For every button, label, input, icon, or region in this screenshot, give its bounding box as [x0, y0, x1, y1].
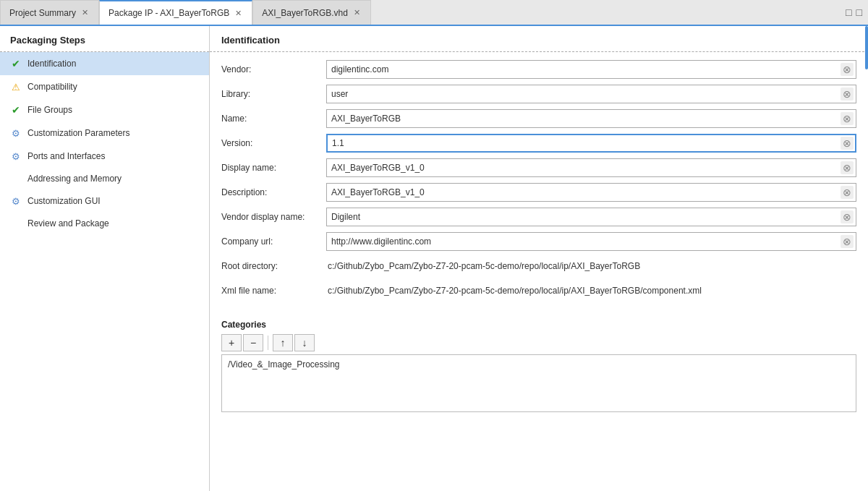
- sidebar-item-identification-label: Identification: [27, 59, 76, 69]
- category-down-button[interactable]: ↓: [294, 334, 315, 351]
- clear-description[interactable]: ⊗: [841, 186, 854, 199]
- sidebar-item-review-and-package[interactable]: Review and Package: [0, 213, 209, 234]
- input-wrap-company-url: ⊗: [326, 232, 856, 251]
- gear-icon-2: ⚙: [10, 150, 22, 162]
- sidebar-item-addressing-and-memory[interactable]: Addressing and Memory: [0, 168, 209, 189]
- input-wrap-version: ⊗: [326, 134, 856, 153]
- label-root-directory: Root directory:: [221, 261, 326, 271]
- input-company-url[interactable]: [326, 232, 856, 251]
- tab-vhd-file[interactable]: AXI_BayerToRGB.vhd ✕: [252, 0, 371, 25]
- toolbar-separator: [268, 336, 268, 350]
- categories-toolbar: + − ↑ ↓: [221, 334, 856, 351]
- form-row-name: Name: ⊗: [221, 108, 856, 129]
- tab-package-ip-close[interactable]: ✕: [234, 9, 243, 18]
- input-name[interactable]: [326, 109, 856, 128]
- sidebar: Packaging Steps ✔ Identification ⚠ Compa…: [0, 26, 210, 491]
- warn-icon: ⚠: [10, 81, 22, 93]
- form-row-xml-file-name: Xml file name: c:/Github/Zybo_Pcam/Zybo-…: [221, 281, 856, 301]
- check-icon: ✔: [10, 58, 22, 69]
- category-item[interactable]: /Video_&_Image_Processing: [228, 359, 340, 370]
- sidebar-item-compatibility-label: Compatibility: [27, 82, 77, 92]
- sidebar-item-ports-and-interfaces[interactable]: ⚙ Ports and Interfaces: [0, 145, 209, 168]
- form-row-display-name: Display name: ⊗: [221, 158, 856, 178]
- tab-project-summary-label: Project Summary: [9, 8, 76, 18]
- label-vendor: Vendor:: [221, 64, 326, 74]
- form-row-vendor-display-name: Vendor display name: ⊗: [221, 207, 856, 227]
- input-description[interactable]: [326, 183, 856, 202]
- input-wrap-vendor-display-name: ⊗: [326, 208, 856, 226]
- form-row-vendor: Vendor: ⊗: [221, 59, 856, 80]
- sidebar-item-file-groups[interactable]: ✔ File Groups: [0, 98, 209, 121]
- scroll-indicator: [865, 26, 868, 69]
- clear-version[interactable]: ⊗: [841, 137, 854, 150]
- input-wrap-display-name: ⊗: [326, 158, 856, 177]
- input-wrap-vendor: ⊗: [326, 60, 856, 79]
- content-title: Identification: [210, 26, 868, 52]
- tab-package-ip-label: Package IP - AXI_BayerToRGB: [109, 8, 229, 18]
- category-up-button[interactable]: ↑: [273, 334, 293, 351]
- sidebar-item-file-groups-label: File Groups: [27, 105, 72, 115]
- main-layout: Packaging Steps ✔ Identification ⚠ Compa…: [0, 26, 868, 491]
- tab-vhd-file-close[interactable]: ✕: [352, 8, 362, 17]
- check-icon-2: ✔: [10, 104, 22, 116]
- sidebar-item-compatibility[interactable]: ⚠ Compatibility: [0, 75, 209, 98]
- form-area: Vendor: ⊗ Library: ⊗ Name: ⊗: [210, 52, 868, 312]
- label-company-url: Company url:: [221, 236, 326, 247]
- form-row-version: Version: ⊗: [221, 133, 856, 153]
- input-display-name[interactable]: [326, 158, 856, 177]
- gear-icon-3: ⚙: [10, 195, 22, 207]
- form-row-description: Description: ⊗: [221, 182, 856, 202]
- label-display-name: Display name:: [221, 163, 326, 173]
- input-wrap-library: ⊗: [326, 85, 856, 103]
- category-remove-button[interactable]: −: [243, 334, 263, 351]
- input-library[interactable]: [326, 85, 856, 103]
- tab-bar: Project Summary ✕ Package IP - AXI_Bayer…: [0, 0, 868, 26]
- tab-project-summary-close[interactable]: ✕: [80, 8, 90, 17]
- gear-icon-1: ⚙: [10, 127, 22, 139]
- sidebar-item-review-and-package-label: Review and Package: [27, 218, 109, 229]
- restore-button[interactable]: □: [856, 7, 862, 18]
- sidebar-item-customization-gui[interactable]: ⚙ Customization GUI: [0, 189, 209, 213]
- tab-package-ip[interactable]: Package IP - AXI_BayerToRGB ✕: [99, 0, 252, 25]
- content-area: Identification Vendor: ⊗ Library: ⊗: [210, 26, 868, 491]
- sidebar-item-addressing-and-memory-label: Addressing and Memory: [27, 174, 122, 184]
- tab-project-summary[interactable]: Project Summary ✕: [0, 0, 99, 25]
- sidebar-item-customization-parameters[interactable]: ⚙ Customization Parameters: [0, 121, 209, 145]
- form-row-library: Library: ⊗: [221, 84, 856, 104]
- input-wrap-description: ⊗: [326, 183, 856, 202]
- clear-vendor-display-name[interactable]: ⊗: [841, 210, 854, 223]
- label-library: Library:: [221, 89, 326, 99]
- clear-library[interactable]: ⊗: [841, 87, 854, 101]
- categories-title: Categories: [221, 320, 856, 330]
- clear-display-name[interactable]: ⊗: [841, 161, 854, 174]
- sidebar-title: Packaging Steps: [0, 26, 209, 52]
- label-vendor-display-name: Vendor display name:: [221, 212, 326, 222]
- sidebar-item-customization-parameters-label: Customization Parameters: [27, 128, 129, 138]
- category-add-button[interactable]: +: [221, 334, 242, 351]
- minimize-button[interactable]: □: [846, 7, 851, 18]
- value-root-directory: c:/Github/Zybo_Pcam/Zybo-Z7-20-pcam-5c-d…: [326, 261, 640, 271]
- input-vendor-display-name[interactable]: [326, 208, 856, 226]
- categories-list[interactable]: /Video_&_Image_Processing: [221, 354, 856, 412]
- window-controls: □ □: [846, 0, 868, 25]
- sidebar-item-ports-and-interfaces-label: Ports and Interfaces: [27, 151, 105, 161]
- form-row-root-directory: Root directory: c:/Github/Zybo_Pcam/Zybo…: [221, 256, 856, 276]
- clear-name[interactable]: ⊗: [841, 112, 854, 125]
- sidebar-item-identification[interactable]: ✔ Identification: [0, 52, 209, 75]
- tab-vhd-file-label: AXI_BayerToRGB.vhd: [262, 8, 348, 18]
- form-row-company-url: Company url: ⊗: [221, 231, 856, 252]
- sidebar-item-customization-gui-label: Customization GUI: [27, 196, 101, 206]
- categories-section: Categories + − ↑ ↓ /Video_&_Image_Proces…: [221, 320, 856, 412]
- clear-company-url[interactable]: ⊗: [841, 235, 854, 248]
- clear-vendor[interactable]: ⊗: [841, 63, 854, 76]
- label-description: Description:: [221, 187, 326, 197]
- label-xml-file-name: Xml file name:: [221, 286, 326, 296]
- input-version[interactable]: [326, 134, 856, 153]
- value-xml-file-name: c:/Github/Zybo_Pcam/Zybo-Z7-20-pcam-5c-d…: [326, 286, 702, 296]
- label-version: Version:: [221, 138, 326, 148]
- input-vendor[interactable]: [326, 60, 856, 79]
- label-name: Name:: [221, 114, 326, 124]
- input-wrap-name: ⊗: [326, 109, 856, 128]
